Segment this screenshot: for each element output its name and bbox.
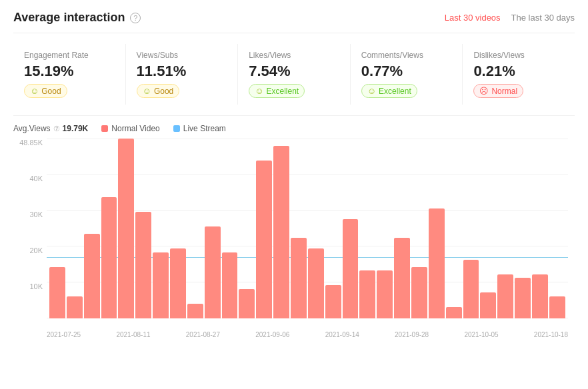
bar[interactable]	[463, 260, 479, 318]
main-container: Average interaction ? Last 30 videos The…	[0, 0, 588, 349]
bar[interactable]	[153, 252, 169, 318]
divider	[13, 115, 575, 116]
y-label: 48.85K	[19, 139, 43, 147]
metric-badge-4: ☹ Normal	[473, 84, 523, 98]
bar[interactable]	[84, 234, 100, 318]
metric-badge-text-4: Normal	[491, 87, 517, 96]
legend-normal-label: Normal Video	[111, 124, 159, 133]
bar[interactable]	[446, 307, 462, 318]
bar[interactable]	[515, 278, 531, 318]
bar[interactable]	[343, 219, 359, 318]
metric-icon-2: ☺	[255, 86, 263, 96]
avg-views-value: 19.79K	[63, 124, 89, 133]
x-label: 2021-07-25	[47, 331, 81, 338]
metric-badge-text-1: Good	[154, 87, 173, 96]
legend-stream-label: Live Stream	[183, 124, 226, 133]
avg-views-help-icon[interactable]: ⑦	[53, 125, 60, 133]
bar[interactable]	[291, 238, 307, 318]
metric-badge-2: ☺ Excellent	[249, 84, 305, 98]
bar[interactable]	[222, 252, 238, 318]
bar[interactable]	[480, 292, 496, 318]
live-stream-icon	[173, 125, 180, 132]
x-label: 2021-10-18	[534, 331, 568, 338]
bar[interactable]	[273, 146, 289, 318]
y-label: 30K	[29, 210, 43, 218]
metric-item-3: Comments/Views 0.77% ☺ Excellent	[351, 44, 463, 105]
x-label: 2021-09-28	[395, 331, 429, 338]
metric-label-1: Views/Subs	[137, 51, 227, 60]
normal-video-icon	[101, 125, 108, 132]
chart-legend: Avg.Views ⑦ 19.79K Normal Video Live Str…	[13, 124, 575, 133]
metric-item-4: Dislikes/Views 0.21% ☹ Normal	[463, 44, 575, 105]
x-label: 2021-08-11	[116, 331, 150, 338]
bars-container	[47, 139, 568, 318]
bar[interactable]	[118, 139, 134, 318]
legend-live-stream: Live Stream	[173, 124, 226, 133]
metric-label-3: Comments/Views	[361, 51, 452, 60]
metric-icon-4: ☹	[479, 86, 489, 96]
header-right: Last 30 videos The last 30 days	[445, 13, 575, 23]
x-label: 2021-09-06	[255, 331, 289, 338]
bar[interactable]	[429, 208, 445, 318]
chart-section: Avg.Views ⑦ 19.79K Normal Video Live Str…	[13, 124, 575, 338]
header-left: Average interaction ?	[13, 11, 141, 25]
chart-wrapper: 48.85K40K30K20K10K 2021-07-252021-08-112…	[13, 139, 575, 338]
metric-value-0: 15.19%	[24, 63, 115, 80]
metric-item-2: Likes/Views 7.54% ☺ Excellent	[238, 44, 351, 105]
metric-label-0: Engagement Rate	[24, 51, 115, 60]
metric-icon-3: ☺	[367, 86, 376, 96]
metric-icon-0: ☺	[30, 86, 39, 96]
metric-badge-text-0: Good	[41, 87, 61, 96]
bar[interactable]	[135, 212, 151, 318]
metric-label-2: Likes/Views	[249, 51, 339, 60]
bar[interactable]	[394, 238, 410, 318]
y-label: 10K	[29, 282, 43, 290]
metric-icon-1: ☺	[143, 86, 151, 96]
metric-value-1: 11.51%	[137, 63, 227, 80]
metric-badge-3: ☺ Excellent	[361, 84, 417, 98]
bar[interactable]	[239, 289, 255, 318]
metric-item-0: Engagement Rate 15.19% ☺ Good	[13, 44, 126, 105]
bar[interactable]	[205, 226, 221, 318]
bar[interactable]	[325, 285, 341, 318]
bar[interactable]	[549, 296, 565, 318]
avg-views-label: Avg.Views	[13, 124, 51, 133]
metric-value-2: 7.54%	[249, 63, 339, 80]
bar[interactable]	[377, 270, 393, 318]
y-label: 40K	[29, 175, 43, 183]
bar[interactable]	[308, 248, 324, 318]
tab-last-30-videos[interactable]: Last 30 videos	[445, 13, 501, 23]
metrics-row: Engagement Rate 15.19% ☺ Good Views/Subs…	[13, 44, 575, 105]
x-label: 2021-09-14	[325, 331, 359, 338]
metric-badge-0: ☺ Good	[24, 84, 67, 98]
bar[interactable]	[497, 274, 513, 318]
bar[interactable]	[359, 270, 375, 318]
help-icon[interactable]: ?	[130, 13, 141, 23]
legend-avg: Avg.Views ⑦ 19.79K	[13, 124, 88, 133]
metric-label-4: Dislikes/Views	[473, 51, 564, 60]
bar[interactable]	[49, 267, 65, 318]
bar[interactable]	[170, 248, 186, 318]
metric-item-1: Views/Subs 11.51% ☺ Good	[126, 44, 239, 105]
y-axis: 48.85K40K30K20K10K	[13, 139, 45, 318]
bar[interactable]	[101, 197, 117, 318]
metric-badge-1: ☺ Good	[137, 84, 180, 98]
header: Average interaction ? Last 30 videos The…	[13, 11, 575, 33]
metric-badge-text-3: Excellent	[379, 87, 411, 96]
bar[interactable]	[411, 267, 427, 318]
metric-value-4: 0.21%	[473, 63, 564, 80]
bar[interactable]	[256, 161, 272, 318]
metric-value-3: 0.77%	[361, 63, 452, 80]
x-label: 2021-10-05	[464, 331, 498, 338]
bar[interactable]	[187, 304, 203, 318]
x-axis: 2021-07-252021-08-112021-08-272021-09-06…	[47, 320, 568, 338]
bar[interactable]	[67, 296, 83, 318]
metric-badge-text-2: Excellent	[266, 87, 299, 96]
page-title: Average interaction	[13, 11, 125, 25]
bar[interactable]	[532, 274, 548, 318]
tab-last-30-days[interactable]: The last 30 days	[511, 13, 575, 23]
legend-normal-video: Normal Video	[101, 124, 159, 133]
x-label: 2021-08-27	[186, 331, 220, 338]
y-label: 20K	[29, 246, 43, 254]
